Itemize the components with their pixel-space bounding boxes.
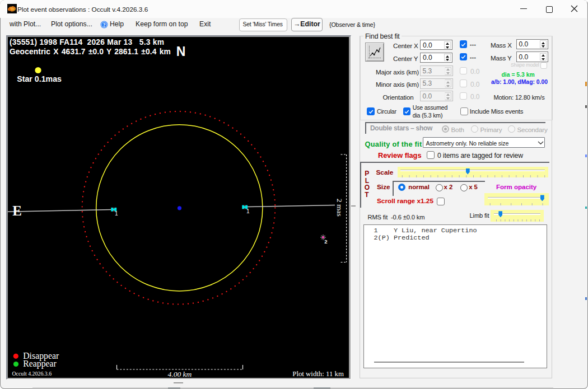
svg-text:E: E <box>12 203 22 218</box>
svg-text:4.00 km: 4.00 km <box>168 370 192 378</box>
svg-text:1: 1 <box>115 210 118 217</box>
svg-text:Geocentric X 4631.7 ±0.0 Y 286: Geocentric X 4631.7 ±0.0 Y 2861.1 ±0.4 k… <box>10 48 171 56</box>
svg-text:?: ? <box>102 22 105 27</box>
svg-text:N: N <box>176 44 186 59</box>
svg-text:Star 0.1mas: Star 0.1mas <box>17 74 62 83</box>
svg-text:2: 2 <box>324 238 327 245</box>
svg-text:2 mas: 2 mas <box>335 199 344 217</box>
svg-text:(35551) 1998 FA114 2026 Mar 1: (35551) 1998 FA114 2026 Mar 13 5.3 km <box>10 38 164 46</box>
svg-text:Reappear: Reappear <box>23 359 57 369</box>
svg-text:Plot width: 11 km: Plot width: 11 km <box>292 370 344 378</box>
svg-text:Occult 4.2026.3.6: Occult 4.2026.3.6 <box>12 371 52 377</box>
svg-text:1: 1 <box>246 208 250 214</box>
